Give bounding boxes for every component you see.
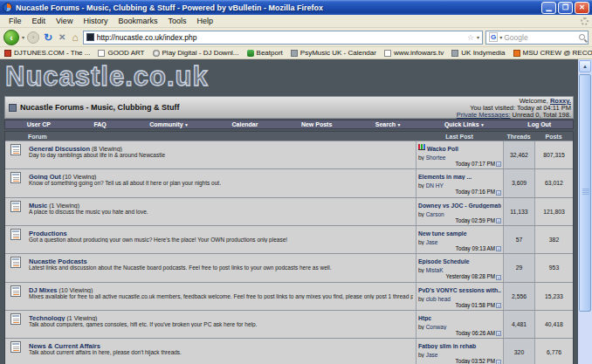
- last-post-title-line: Wacko Poll: [418, 143, 501, 152]
- address-url[interactable]: http://nucastle.co.uk/index.php: [97, 33, 465, 42]
- window-title: Nucastle Forums - Music, Clubbing & Stuf…: [16, 3, 541, 12]
- forum-link[interactable]: Music: [29, 202, 47, 209]
- forum-link[interactable]: Going Out: [29, 173, 61, 180]
- last-post-thread-link[interactable]: Fatboy slim in rehab: [418, 343, 476, 349]
- bookmark-item[interactable]: MSU CREW @ RECOR...: [513, 49, 592, 57]
- forum-info-cell: Nucastle PodcastsLatest links and discus…: [26, 254, 416, 281]
- goto-last-post-icon[interactable]: ›: [496, 360, 501, 364]
- last-post-thread-link[interactable]: Downey vs JOC - Grudgematch: [418, 203, 501, 209]
- vertical-scrollbar[interactable]: ▲: [578, 59, 592, 364]
- bookmarks-toolbar: DJTUNES.COM - The ...GOOD ARTPlay Digita…: [0, 47, 592, 59]
- nav-quick-links[interactable]: Quick Links ▼: [444, 121, 485, 127]
- last-post-thread-link[interactable]: New tune sample: [418, 230, 467, 237]
- bookmark-label: GOOD ART: [107, 49, 144, 57]
- last-post-thread-link[interactable]: Episode Schedule: [418, 258, 470, 264]
- last-post-user-link[interactable]: Conway: [426, 324, 446, 330]
- bookmark-item[interactable]: DJTUNES.COM - The ...: [4, 49, 90, 57]
- forum-link[interactable]: News & Current Affairs: [29, 342, 100, 349]
- bookmark-item[interactable]: Beatport: [247, 49, 283, 57]
- minimize-button[interactable]: ▁: [541, 2, 556, 14]
- goto-last-post-icon[interactable]: ›: [496, 218, 501, 223]
- menu-history[interactable]: History: [78, 17, 113, 25]
- restore-button[interactable]: ❐: [558, 2, 573, 14]
- forum-icon-cell: [5, 226, 26, 253]
- menu-file[interactable]: File: [3, 17, 27, 25]
- last-post-by-line: by Jase: [418, 237, 501, 245]
- bookmark-item[interactable]: PsyMusic UK - Calendar: [291, 49, 376, 57]
- nav-community[interactable]: Community ▼: [149, 121, 189, 127]
- forum-link[interactable]: DJ Mixes: [29, 286, 58, 293]
- last-post-time: Today 02:59 PM: [455, 217, 495, 223]
- last-post-title-line: PvD's VONYC sessions with...: [418, 285, 501, 293]
- forum-title-line: Nucastle Podcasts: [29, 256, 413, 264]
- header-forum: Forum: [26, 134, 416, 140]
- last-post-user-link[interactable]: Jase: [426, 352, 438, 358]
- stop-button[interactable]: ✕: [57, 32, 67, 43]
- bookmark-favicon-disc: [153, 50, 160, 57]
- last-post-thread-link[interactable]: Elements in may ...: [418, 174, 472, 180]
- bookmark-item[interactable]: www.infowars.tv: [384, 49, 444, 57]
- last-post-by-line: by Jase: [418, 349, 501, 358]
- bookmark-item[interactable]: GOOD ART: [98, 49, 144, 57]
- goto-last-post-icon[interactable]: ›: [496, 331, 501, 336]
- address-bar[interactable]: http://nucastle.co.uk/index.php ☆ ▾: [83, 31, 483, 45]
- back-dropdown-icon[interactable]: ▾: [22, 34, 24, 40]
- forum-home-icon: [9, 104, 17, 112]
- nav-label: User CP: [27, 121, 51, 127]
- bookmark-label: Play Digital - DJ Downl...: [162, 49, 239, 57]
- bookmark-label: PsyMusic UK - Calendar: [300, 49, 376, 57]
- nav-new-posts[interactable]: New Posts: [301, 121, 332, 127]
- nav-log-out[interactable]: Log Out: [527, 121, 551, 127]
- menu-help[interactable]: Help: [191, 17, 218, 25]
- reload-button[interactable]: ↻: [42, 32, 54, 43]
- last-post-thread-link[interactable]: Htpc: [418, 315, 431, 321]
- last-post-thread-link[interactable]: Wacko Poll: [427, 146, 458, 152]
- bookmark-item[interactable]: Play Digital - DJ Downl...: [153, 49, 239, 57]
- last-post-user-link[interactable]: MistaK: [426, 267, 444, 273]
- last-post-user-link[interactable]: DN HY: [426, 182, 444, 189]
- forum-link[interactable]: Technology: [29, 314, 65, 321]
- search-icon[interactable]: [579, 34, 585, 40]
- menu-edit[interactable]: Edit: [27, 17, 52, 25]
- forum-icon-cell: [5, 339, 26, 364]
- forum-table-header: Forum Last Post Threads Posts: [5, 132, 573, 141]
- menu-bookmarks[interactable]: Bookmarks: [113, 17, 162, 25]
- scroll-up-arrow-icon[interactable]: ▲: [579, 60, 591, 72]
- goto-last-post-icon[interactable]: ›: [496, 275, 501, 280]
- scrollbar-thumb[interactable]: [579, 74, 591, 312]
- private-messages-link[interactable]: Private Messages:: [457, 111, 511, 119]
- back-button[interactable]: ‹: [3, 30, 19, 45]
- nav-search[interactable]: Search ▼: [375, 121, 402, 127]
- nav-user-cp[interactable]: User CP: [27, 121, 51, 127]
- last-post-thread-link[interactable]: PvD's VONYC sessions with...: [418, 287, 501, 293]
- last-post-time-line: Today 03:52 PM›: [418, 358, 501, 364]
- nav-calendar[interactable]: Calendar: [232, 121, 258, 127]
- forum-link[interactable]: Nucastle Podcasts: [29, 258, 87, 264]
- goto-last-post-icon[interactable]: ›: [496, 161, 501, 167]
- search-box[interactable]: G ▾ Google: [485, 31, 589, 45]
- nav-faq[interactable]: FAQ: [93, 121, 106, 127]
- last-post-user-link[interactable]: Jase: [426, 239, 438, 245]
- last-post-user-link[interactable]: Carson: [426, 211, 444, 217]
- search-input[interactable]: Google: [504, 33, 577, 42]
- forum-link[interactable]: General Discussion: [29, 145, 90, 152]
- address-dropdown-icon[interactable]: ▾: [477, 34, 479, 40]
- forward-button[interactable]: ›: [27, 31, 39, 44]
- last-post-user-link[interactable]: club head: [426, 296, 451, 302]
- bookmark-star-icon[interactable]: ☆: [467, 33, 474, 42]
- menu-tools[interactable]: Tools: [162, 17, 191, 25]
- forum-status-icon: [10, 172, 21, 183]
- forum-link[interactable]: Productions: [29, 230, 67, 237]
- close-button[interactable]: ✕: [575, 2, 589, 14]
- threads-count: 32,462: [503, 141, 534, 168]
- last-post-user-link[interactable]: Shortee: [426, 155, 446, 161]
- home-button[interactable]: ⌂: [70, 32, 79, 43]
- menu-view[interactable]: View: [51, 17, 78, 25]
- search-engine-dropdown-icon[interactable]: ▾: [499, 34, 502, 40]
- threads-count: 11,133: [503, 198, 534, 225]
- goto-last-post-icon[interactable]: ›: [496, 303, 501, 308]
- search-engine-icon[interactable]: G: [489, 32, 498, 42]
- goto-last-post-icon[interactable]: ›: [496, 246, 501, 251]
- bookmark-item[interactable]: UK Indymedia: [451, 49, 505, 57]
- goto-last-post-icon[interactable]: ›: [496, 190, 501, 196]
